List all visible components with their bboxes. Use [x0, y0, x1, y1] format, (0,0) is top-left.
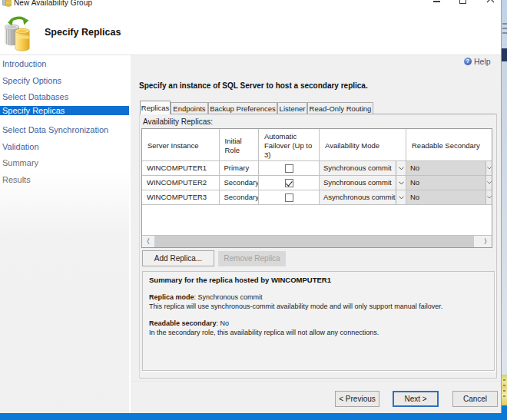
scrollbar-track[interactable] — [474, 236, 479, 247]
col-header-availability-mode: Availability Mode — [320, 129, 406, 160]
cell-availability-mode: Asynchronous commit — [320, 190, 406, 204]
chevron-down-icon — [396, 176, 406, 190]
maximize-button[interactable] — [459, 0, 466, 4]
grid-row-wincomputer3: WINCOMPUTER3 Secondary Asynchronous comm… — [142, 190, 492, 205]
sidebar-item-select-data-synchronization[interactable]: Select Data Synchronization — [0, 125, 129, 135]
footer-separator — [131, 382, 501, 382]
cell-readable-secondary: No — [406, 190, 492, 204]
availability-group-icon — [5, 15, 31, 51]
replica-mode-label: Replica mode — [149, 293, 194, 301]
taskbar — [0, 413, 507, 420]
remove-replica-button: Remove Replica — [218, 251, 286, 266]
readable-secondary-dropdown[interactable]: No — [406, 190, 492, 204]
previous-button[interactable]: < Previous — [335, 391, 379, 407]
automatic-failover-checkbox[interactable] — [285, 164, 293, 173]
replica-mode-value: Synchronous commit — [198, 293, 263, 301]
summary-title: Summary for the replica hosted by WINCOM… — [149, 276, 488, 284]
cell-availability-mode: Synchronous commit — [320, 161, 406, 175]
grid-row-wincomputer2: WINCOMPUTER2 Secondary Synchronous commi… — [142, 176, 492, 190]
cell-server-instance: WINCOMPUTER2 — [142, 176, 220, 190]
readable-secondary-value: No — [406, 176, 419, 190]
tab-replicas[interactable]: Replicas — [140, 101, 171, 114]
cell-initial-role: Primary — [220, 161, 260, 175]
chevron-down-icon — [485, 190, 492, 204]
sidebar-item-validation[interactable]: Validation — [0, 142, 129, 152]
replica-mode-line: Replica mode: Synchronous commit — [149, 293, 488, 302]
readable-secondary-dropdown[interactable]: No — [406, 161, 492, 175]
replica-mode-description: This replica will use synchronous-commit… — [149, 302, 488, 311]
title-bar: New Availability Group — [0, 0, 501, 9]
help-label: Help — [474, 57, 491, 66]
tab-endpoints[interactable]: Endpoints — [171, 102, 208, 114]
cell-initial-role: Secondary — [220, 190, 260, 204]
page-title: Specify Replicas — [45, 27, 121, 38]
readable-secondary-value: No — [406, 161, 419, 175]
sidebar-item-introduction[interactable]: Introduction — [0, 59, 129, 69]
window-title: New Availability Group — [14, 0, 92, 7]
chevron-down-icon — [396, 190, 406, 204]
availability-replicas-grid: Server Instance Initial Role Automatic F… — [141, 128, 492, 248]
cancel-button[interactable]: Cancel — [452, 391, 498, 407]
readable-secondary-label: Readable secondary — [149, 319, 217, 327]
minimize-button[interactable] — [433, 1, 440, 2]
desktop-icon-fragment — [502, 375, 507, 405]
tab-backup-preferences[interactable]: Backup Preferences — [208, 102, 277, 114]
grid-row-wincomputer1: WINCOMPUTER1 Primary Synchronous commit … — [142, 161, 492, 176]
cell-automatic-failover — [259, 176, 320, 190]
chevron-down-icon — [485, 176, 492, 190]
chevron-down-icon — [485, 161, 492, 175]
readable-secondary-description: In the secondary role, this availability… — [149, 328, 488, 337]
instruction-text: Specify an instance of SQL Server to hos… — [139, 81, 368, 90]
desktop-background-navy-patch — [502, 48, 507, 61]
readable-secondary-dropdown[interactable]: No — [406, 176, 492, 190]
grid-header-row: Server Instance Initial Role Automatic F… — [142, 129, 492, 161]
wizard-content: ? Help Specify an instance of SQL Server… — [131, 55, 501, 413]
window-icon — [2, 0, 12, 8]
cell-automatic-failover — [259, 161, 320, 175]
sidebar-item-results: Results — [0, 175, 129, 185]
close-button[interactable] — [486, 0, 495, 3]
grid-horizontal-scrollbar[interactable]: 〈 〉 — [142, 235, 492, 247]
cell-automatic-failover — [259, 190, 320, 204]
availability-mode-value: Synchronous commit — [320, 176, 392, 190]
scroll-left-arrow[interactable]: 〈 — [142, 236, 154, 247]
scrollbar-thumb[interactable] — [154, 236, 474, 247]
availability-mode-dropdown[interactable]: Synchronous commit — [320, 161, 406, 175]
desktop-taskbar-fragment — [502, 405, 507, 413]
sidebar-item-select-databases[interactable]: Select Databases — [0, 92, 129, 102]
readable-secondary-value: No — [406, 190, 419, 204]
tab-read-only-routing[interactable]: Read-Only Routing — [307, 102, 373, 114]
cell-availability-mode: Synchronous commit — [320, 176, 406, 190]
grid-empty-area — [142, 205, 492, 235]
add-replica-button[interactable]: Add Replica... — [142, 250, 214, 266]
new-availability-group-dialog: New Availability Group — [0, 0, 502, 413]
readable-secondary-line: Readable secondary: No — [149, 319, 488, 328]
col-header-server-instance: Server Instance — [142, 129, 220, 160]
automatic-failover-checkbox[interactable] — [285, 179, 293, 187]
sidebar-item-specify-replicas[interactable]: Specify Replicas — [0, 106, 129, 115]
cell-initial-role: Secondary — [220, 176, 260, 190]
wizard-steps-sidebar: Introduction Specify Options Select Data… — [0, 55, 129, 413]
automatic-failover-checkbox[interactable] — [285, 193, 293, 202]
scroll-right-arrow[interactable]: 〉 — [479, 236, 492, 247]
availability-mode-value: Synchronous commit — [320, 161, 392, 175]
desktop-background-marks — [502, 23, 507, 37]
availability-mode-dropdown[interactable]: Synchronous commit — [320, 176, 406, 190]
chevron-down-icon — [396, 161, 406, 175]
help-icon: ? — [464, 58, 472, 65]
cell-server-instance: WINCOMPUTER3 — [142, 190, 220, 204]
readable-secondary-value: No — [220, 319, 230, 327]
next-button[interactable]: Next > — [393, 391, 439, 407]
cell-readable-secondary: No — [406, 176, 492, 190]
wizard-header: Specify Replicas — [0, 9, 501, 55]
replica-summary-panel: Summary for the replica hosted by WINCOM… — [142, 271, 495, 371]
col-header-readable-secondary: Readable Secondary — [406, 129, 492, 160]
availability-mode-dropdown[interactable]: Asynchronous commit — [320, 190, 406, 204]
availability-replicas-label: Availability Replicas: — [143, 117, 213, 126]
availability-mode-value: Asynchronous commit — [320, 190, 395, 204]
tab-listener[interactable]: Listener — [277, 102, 307, 114]
desktop-background — [501, 0, 507, 413]
sidebar-item-specify-options[interactable]: Specify Options — [0, 76, 129, 86]
cell-server-instance: WINCOMPUTER1 — [142, 161, 220, 175]
col-header-initial-role: Initial Role — [220, 129, 260, 160]
